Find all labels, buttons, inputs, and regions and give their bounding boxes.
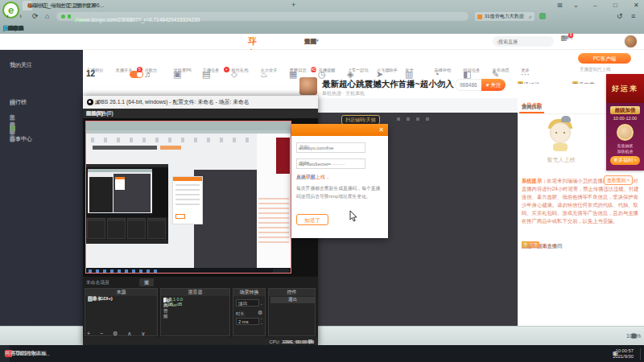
extension-icon[interactable] bbox=[539, 13, 546, 19]
menu-icon[interactable]: ≡ bbox=[631, 12, 635, 20]
滤镜-icon: ❖ bbox=[144, 278, 149, 286]
pc-client-note: 主播定制已上线 bbox=[580, 67, 611, 72]
tab-close-icon[interactable]: ✕ bbox=[31, 3, 35, 9]
pc-client-button[interactable]: PC客户端 bbox=[578, 53, 631, 64]
sidebar-item-我的关注[interactable]: ♡我的关注 bbox=[0, 56, 83, 74]
notice-link[interactable]: 点此了解 bbox=[296, 174, 316, 181]
chevron-down-icon: ⌄ bbox=[260, 301, 263, 306]
nested-taskbar bbox=[86, 268, 291, 274]
obs-control-button[interactable]: 退出 bbox=[270, 297, 315, 303]
sidebar-item-排行榜[interactable]: ▤排行榜 bbox=[0, 93, 83, 111]
action-center-icon[interactable]: □ bbox=[613, 351, 616, 356]
obs-close-button[interactable]: ✕ bbox=[95, 99, 101, 106]
transition-select[interactable]: 淡出 bbox=[236, 299, 259, 306]
gear-icon[interactable]: ⚙ bbox=[258, 310, 262, 316]
room-rules-button[interactable]: 查看规则 > bbox=[604, 175, 633, 185]
tool-label: 小飞镖助手 bbox=[377, 68, 398, 73]
close-icon[interactable]: ✕ bbox=[378, 126, 384, 134]
controls-dock-header[interactable]: 控件 bbox=[269, 289, 315, 296]
toggle-knob bbox=[137, 72, 142, 77]
douyu-navbar: 斗鱼TV 首页直播分类 ▾视频 ▾游戏 ▾鱼吧 ⌕ ◷历史♡关注▷开播1◫客户端… bbox=[0, 34, 644, 50]
browser-search-value: 31傲骨电力大数据 bbox=[485, 13, 529, 20]
promo-more-button[interactable]: 更多福利 > bbox=[610, 156, 640, 165]
follow-pill: 988486 ♥ 关注 bbox=[455, 79, 506, 91]
nested-level2-chrome bbox=[88, 169, 152, 172]
obs-preview[interactable] bbox=[83, 118, 318, 277]
caret-icon: ▾ bbox=[316, 38, 319, 43]
layout-icon[interactable]: ⊞ bbox=[557, 2, 563, 9]
sidebar-rail-item[interactable]: 户外 bbox=[0, 121, 10, 136]
browser-tab[interactable]: 瑞瑞小卫_瑞瑞小卫直播间2306...✕ bbox=[23, 1, 32, 10]
search-icon[interactable]: ⌕ bbox=[529, 14, 532, 20]
system-tray: ∧ ▭ ● ♪ 中 10:00:57 2021/9/30 ✎ □ bbox=[606, 345, 641, 362]
nested-screen-capture bbox=[85, 121, 291, 274]
stream-url-field: a.douyu.com/live 复制 bbox=[296, 142, 383, 153]
chat-box: 系统提示：欢迎来到瑞瑞小卫的直播间，斗鱼依法对直播内容进行24小时巡查，禁止传播… bbox=[518, 174, 644, 311]
dialog-header[interactable]: ✕ bbox=[291, 124, 388, 136]
spinner-arrows[interactable]: ⌃⌄ bbox=[260, 319, 263, 325]
copy-button[interactable]: 复制 bbox=[299, 160, 309, 167]
room-category[interactable]: 单机热游 · 主机单机 bbox=[322, 90, 365, 97]
gear-icon[interactable]: ⚙ bbox=[166, 298, 170, 303]
back-icon[interactable]: ‹ bbox=[6, 12, 9, 20]
obs-window: OBS 26.1.1 (64-bit, windows) - 配置文件: 未命名… bbox=[83, 96, 318, 346]
window-maximize-button[interactable]: □ bbox=[613, 2, 617, 9]
dialog-confirm-button[interactable]: 知道了 bbox=[296, 214, 328, 225]
promo-line: 充值抽奖 bbox=[609, 143, 641, 148]
copy-button[interactable]: 复制 bbox=[299, 144, 309, 151]
nested-dock bbox=[87, 218, 105, 239]
nav-item-鱼吧[interactable]: 鱼吧 bbox=[304, 38, 316, 46]
undo-icon[interactable]: ↺ bbox=[617, 12, 623, 20]
douyu-logo-sub: TV bbox=[248, 35, 256, 43]
douyu-search-input[interactable] bbox=[497, 39, 543, 45]
forward-icon[interactable]: › bbox=[19, 12, 22, 20]
douyu-search[interactable]: ⌕ bbox=[493, 36, 554, 47]
address-bar[interactable]: https://www.douyu.com/2306807?_r=0.71484… bbox=[56, 12, 469, 21]
mixer-dock-header[interactable]: 混音器 bbox=[161, 289, 229, 296]
obs-滤镜-button[interactable]: ❖滤镜 bbox=[139, 278, 154, 286]
tool-label: 主播任务 bbox=[203, 68, 220, 73]
douyu-sidebar: ♡我的关注▤排行榜◎赛事中心 英雄联盟绝地求生王者荣耀和平精英主机游戏原神一起看… bbox=[0, 50, 83, 326]
window-close-button[interactable]: ✕ bbox=[634, 2, 639, 9]
chat-username[interactable]: 沁糖陈: bbox=[522, 241, 539, 250]
rank-empty-state: 暂无人上榜 bbox=[519, 116, 608, 171]
avatar[interactable] bbox=[624, 35, 638, 48]
taskbar-app[interactable]: 网易有道词典 bbox=[0, 345, 10, 362]
new-tab-button[interactable]: + bbox=[291, 1, 295, 9]
promo-banner[interactable]: 好运来 超级加倍 10:00-12:00 充值抽奖 加倍机会 更多福利 > bbox=[606, 74, 644, 171]
browser-search-box[interactable]: 31傲骨电力大数据 ⌕ bbox=[475, 12, 535, 21]
system-message-label: 系统提示： bbox=[522, 178, 547, 183]
follow-button[interactable]: ♥ 关注 bbox=[481, 79, 506, 91]
bookmark-label: [云游] bbox=[3, 25, 16, 32]
mascot-eye bbox=[564, 132, 565, 134]
player-top-icons bbox=[397, 117, 429, 121]
obs-scene-label: 未命名场景 bbox=[86, 279, 109, 286]
channel-db: 0.0 dB bbox=[177, 297, 184, 302]
tool-label: 粉丝礼包 bbox=[232, 68, 249, 73]
chevron-down-icon[interactable]: ⌄ bbox=[573, 2, 579, 9]
sidebar-label: 我的关注 bbox=[10, 61, 32, 69]
app-label: 网易有道词典 bbox=[5, 350, 35, 357]
zoom-level[interactable]: 100% bbox=[626, 333, 641, 339]
home-icon[interactable]: ⌂ bbox=[45, 12, 49, 20]
sources-toolbar[interactable]: + − ⚙ ∧ ∨ bbox=[87, 331, 149, 337]
promo-banner-top: 好运来 bbox=[606, 74, 644, 103]
show-desktop-divider[interactable] bbox=[640, 348, 641, 360]
transitions-dock-header[interactable]: 场景转换 bbox=[233, 289, 265, 296]
obs-titlebar[interactable]: OBS 26.1.1 (64-bit, windows) - 配置文件: 未命名… bbox=[83, 96, 318, 109]
nested-promo-banner bbox=[276, 138, 290, 174]
nested-obs-docks bbox=[86, 217, 168, 240]
rank-tab[interactable]: 贵宾 bbox=[519, 101, 535, 113]
obs-menu-item[interactable]: 帮助(H) bbox=[86, 110, 103, 117]
room-avatar[interactable] bbox=[299, 77, 317, 95]
lock-icon[interactable]: ▪ bbox=[89, 297, 91, 302]
duration-spinbox[interactable]: 2 ms bbox=[236, 318, 259, 325]
source-row[interactable]: ▨图像 3◦▪ bbox=[86, 296, 89, 302]
obs-source-toolbar: 未命名场景 ⚙属性❖滤镜 bbox=[83, 277, 318, 287]
tool-label: 更多 bbox=[521, 68, 529, 73]
reload-icon[interactable]: ⟳ bbox=[32, 12, 39, 20]
nested-dock bbox=[107, 218, 126, 239]
tab-strip: 360导航_一个主页，整个世界瑞瑞小卫_瑞瑞小卫直播间2306...✕ bbox=[23, 1, 288, 10]
window-minimize-button[interactable]: – bbox=[593, 2, 597, 9]
obs-logo-icon bbox=[87, 99, 93, 105]
